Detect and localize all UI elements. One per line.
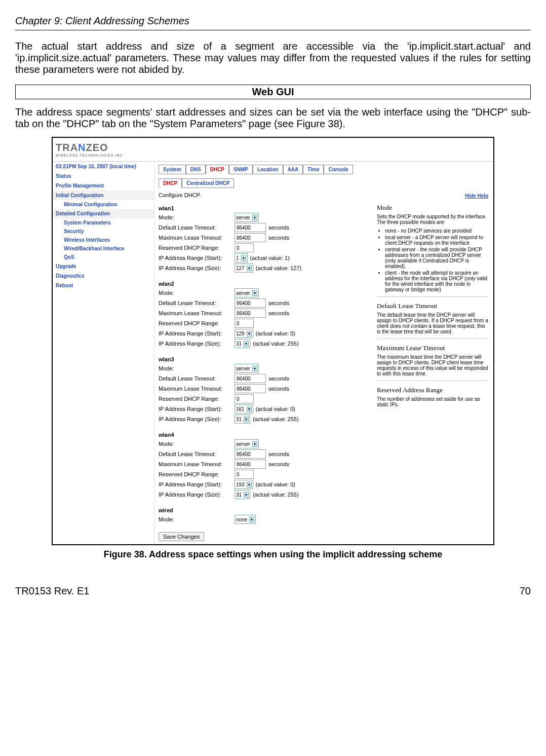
unit-seconds: seconds: [268, 386, 289, 392]
select-start[interactable]: 1: [235, 253, 248, 262]
subtab-dhcp[interactable]: DHCP: [159, 178, 182, 188]
label-mode: Mode:: [159, 365, 235, 371]
select-mode[interactable]: server: [235, 288, 259, 297]
iface-wlan2: wlan2Mode:serverDefault Lease Timeout:se…: [159, 281, 341, 348]
select-mode-wired[interactable]: none: [235, 515, 256, 524]
label-reserved: Reserved DHCP Range:: [159, 320, 235, 326]
tab-aaa[interactable]: AAA: [283, 165, 303, 174]
sidebar-qos[interactable]: QoS: [53, 253, 154, 261]
sidebar-security[interactable]: Security: [53, 227, 154, 236]
label-mlt: Maximum Lease Timeout:: [159, 386, 235, 392]
label-dlt: Default Lease Timeout:: [159, 224, 235, 231]
unit-seconds: seconds: [268, 310, 289, 316]
select-start[interactable]: 161: [235, 404, 253, 413]
select-size[interactable]: 31: [235, 490, 250, 499]
help-mode-item: local server - a DHCP server will respon…: [385, 235, 488, 246]
iface-wlan3: wlan3Mode:serverDefault Lease Timeout:se…: [159, 356, 341, 424]
tab-snmp[interactable]: SNMP: [229, 165, 253, 174]
label-dlt: Default Lease Timeout:: [159, 451, 235, 457]
sub-tabs: DHCP Centralized DHCP: [159, 178, 489, 188]
input-dlt[interactable]: [235, 374, 266, 383]
iface-wlan1: wlan1Mode:serverDefault Lease Timeout:se…: [159, 205, 341, 273]
actual-size: (actual value: 127): [256, 265, 302, 271]
input-mlt[interactable]: [235, 309, 266, 318]
help-mode-intro: Sets the DHCP mode supported by the inte…: [377, 214, 488, 225]
label-mlt: Maximum Lease Timeout:: [159, 235, 235, 241]
intro-paragraph-1: The actual start address and size of a s…: [15, 41, 531, 75]
intro-paragraph-2: The address space segments' start addres…: [15, 106, 531, 130]
select-start[interactable]: 193: [235, 480, 253, 489]
brand-mid: N: [78, 142, 86, 153]
select-size[interactable]: 127: [235, 263, 253, 273]
help-panel: Hide Help Mode Sets the DHCP mode suppor…: [377, 193, 488, 410]
label-mode: Mode:: [159, 290, 235, 296]
input-reserved[interactable]: [235, 394, 254, 403]
web-gui-heading: Web GUI: [15, 85, 531, 99]
input-mlt[interactable]: [235, 233, 266, 242]
figure-caption: Figure 38. Address space settings when u…: [15, 549, 531, 560]
label-size: IP Address Range (Size):: [159, 265, 235, 271]
label-size: IP Address Range (Size):: [159, 492, 235, 498]
brand-pre: TRA: [56, 142, 78, 153]
sidebar-upgrade[interactable]: Upgrade: [53, 261, 154, 271]
select-mode[interactable]: server: [235, 364, 259, 373]
iface-wlan4: wlan4Mode:serverDefault Lease Timeout:se…: [159, 432, 341, 499]
subtab-centralized[interactable]: Centralized DHCP: [182, 178, 234, 188]
brand-post: ZEO: [86, 142, 108, 153]
label-reserved: Reserved DHCP Range:: [159, 471, 235, 477]
unit-seconds: seconds: [268, 235, 289, 241]
help-mode-item: none - no DHCP services are provided: [385, 228, 488, 234]
sidebar-profile[interactable]: Profile Management: [53, 181, 154, 191]
label-size: IP Address Range (Size):: [159, 341, 235, 347]
sidebar-detailed-config[interactable]: Detailed Configuration: [53, 209, 154, 218]
input-reserved[interactable]: [235, 243, 254, 252]
sidebar-diagnostics[interactable]: Diagnostics: [53, 271, 154, 281]
label-start: IP Address Range (Start):: [159, 255, 235, 261]
help-mode-title: Mode: [377, 204, 488, 212]
label-mode: Mode:: [159, 516, 235, 522]
select-start[interactable]: 129: [235, 329, 253, 338]
sidebar-status[interactable]: Status: [53, 171, 154, 181]
input-dlt[interactable]: [235, 298, 266, 308]
sidebar-backhaul[interactable]: Wired/Backhaul Interface: [53, 244, 154, 253]
label-mlt: Maximum Lease Timeout:: [159, 310, 235, 316]
select-size[interactable]: 31: [235, 339, 250, 348]
select-mode[interactable]: server: [235, 213, 259, 222]
label-start: IP Address Range (Start):: [159, 330, 235, 336]
iface-title-wired: wired: [159, 507, 341, 513]
sidebar-minimal-config[interactable]: Minimal Configuration: [53, 200, 154, 209]
input-mlt[interactable]: [235, 384, 266, 393]
sidebar-reboot[interactable]: Reboot: [53, 281, 154, 290]
help-mode-list: none - no DHCP services are provided loc…: [385, 228, 488, 292]
sidebar-initial-config[interactable]: Initial Configuration: [53, 191, 154, 200]
iface-title: wlan3: [159, 356, 341, 362]
select-mode[interactable]: server: [235, 439, 259, 448]
select-size[interactable]: 31: [235, 414, 250, 424]
tab-dns[interactable]: DNS: [186, 165, 206, 174]
hide-help-link[interactable]: Hide Help: [377, 193, 488, 199]
help-mode-item: client - the node will attempt to acquir…: [385, 270, 488, 292]
tab-location[interactable]: Location: [253, 165, 283, 174]
help-res-title: Reserved Address Range: [377, 386, 488, 394]
tab-console[interactable]: Console: [324, 165, 353, 174]
sidebar-system-params[interactable]: System Parameters: [53, 218, 154, 227]
help-mlt-text: The maximum lease time the DHCP server w…: [377, 354, 488, 376]
input-dlt[interactable]: [235, 223, 266, 232]
logo-area: TRANZEO WIRELESS TECHNOLOGIES INC.: [53, 138, 493, 162]
input-mlt[interactable]: [235, 460, 266, 469]
tab-time[interactable]: Time: [303, 165, 324, 174]
help-dlt-text: The default lease time the DHCP server w…: [377, 312, 488, 334]
footer-left: TR0153 Rev. E1: [15, 585, 89, 597]
input-reserved[interactable]: [235, 470, 254, 479]
help-mode-item: central server - the node will provide D…: [385, 247, 488, 269]
sidebar-wireless[interactable]: Wireless Interfaces: [53, 236, 154, 244]
iface-title: wlan2: [159, 281, 341, 287]
tab-dhcp[interactable]: DHCP: [206, 165, 229, 174]
label-mode: Mode:: [159, 441, 235, 447]
tab-system[interactable]: System: [159, 165, 186, 174]
save-changes-button[interactable]: Save Changes: [159, 532, 204, 541]
input-dlt[interactable]: [235, 449, 266, 459]
iface-title: wlan1: [159, 205, 341, 211]
input-reserved[interactable]: [235, 319, 254, 328]
actual-size: (actual value: 255): [253, 492, 299, 498]
